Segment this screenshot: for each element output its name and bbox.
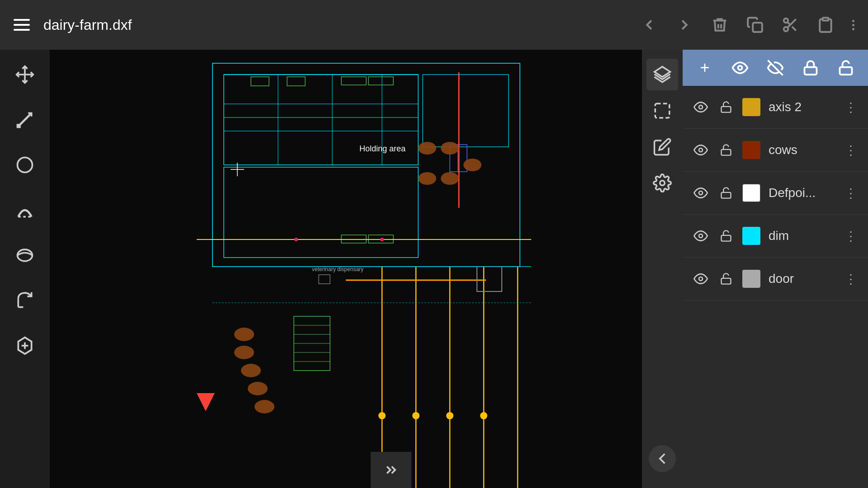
layer-item-axis2: axis 2 [683,86,868,129]
svg-point-50 [441,142,459,155]
svg-point-79 [738,66,742,70]
svg-rect-81 [805,67,817,75]
layer-item-door: door [683,258,868,300]
svg-text:veterinary dispensary: veterinary dispensary [312,266,363,272]
svg-point-58 [255,400,274,413]
layer-more-axis2[interactable] [843,99,859,115]
svg-point-52 [441,172,459,185]
layer-color-defpoi[interactable] [742,184,760,202]
layer-visibility-cows[interactable] [692,141,710,159]
svg-point-78 [660,181,665,186]
layers-icon-button[interactable] [646,59,678,90]
layer-color-door[interactable] [742,270,760,288]
menu-button[interactable] [14,19,30,31]
svg-point-47 [446,412,453,419]
svg-point-48 [480,412,487,419]
plus-icon: + [700,60,709,76]
circle-tool[interactable] [9,149,41,181]
edit-icon-button[interactable] [646,131,678,163]
collapse-button[interactable] [649,445,676,472]
layer-visibility-axis2[interactable] [692,98,710,116]
top-bar-left: dairy-farm.dxf [14,17,641,33]
svg-point-83 [699,105,703,109]
layers-header: + [683,50,868,86]
layer-more-dim[interactable] [843,228,859,244]
more-dots-icon [852,20,854,30]
svg-point-56 [241,364,261,377]
svg-point-1 [784,19,788,23]
main-area: veterinary dispensary Holding area [0,50,868,488]
copy-button[interactable] [746,16,764,33]
layer-lock-defpoi[interactable] [718,184,734,202]
scissors-button[interactable] [782,16,799,33]
svg-point-49 [418,142,436,155]
layer-item-dim: dim [683,215,868,258]
layer-color-dim[interactable] [742,227,760,245]
layer-name-axis2: axis 2 [769,100,835,114]
layer-more-defpoi[interactable] [843,185,859,201]
chevrons-right-icon [383,462,399,478]
svg-rect-88 [722,192,731,198]
layer-name-defpoi: Defpoi... [769,186,835,200]
svg-point-11 [18,158,33,173]
selection-icon-button[interactable] [646,95,678,127]
svg-point-91 [699,277,703,281]
layer-color-cows[interactable] [742,141,760,159]
lock-all-button[interactable] [798,56,823,80]
layer-visibility-dim[interactable] [692,227,710,245]
move-tool[interactable] [9,59,41,90]
hex-add-tool[interactable] [9,330,41,361]
add-layer-button[interactable]: + [693,56,717,80]
top-bar-right [641,16,854,33]
layers-list: axis 2 cows [683,86,868,488]
side-icons-panel [642,50,683,488]
layer-more-door[interactable] [843,271,859,287]
left-toolbar [0,50,50,488]
top-bar: dairy-farm.dxf [0,0,868,50]
layer-lock-cows[interactable] [718,141,734,159]
layer-more-cows[interactable] [843,142,859,158]
right-panel: + [642,50,868,488]
unlock-all-button[interactable] [834,56,858,80]
layer-lock-dim[interactable] [718,227,734,245]
paste-button[interactable] [817,16,834,33]
svg-point-87 [699,191,703,195]
svg-rect-82 [840,67,852,75]
rotate-tool[interactable] [9,285,41,316]
file-title: dairy-farm.dxf [43,17,132,33]
svg-point-54 [234,328,254,341]
arc-tool[interactable] [9,194,41,226]
svg-rect-90 [722,235,731,241]
show-all-button[interactable] [728,56,752,80]
more-options-button[interactable] [852,20,854,30]
back-button[interactable] [641,16,658,33]
layer-color-axis2[interactable] [742,98,760,116]
layer-item-defpoi: Defpoi... [683,172,868,215]
svg-point-51 [463,159,481,171]
svg-line-5 [788,22,790,25]
svg-rect-77 [655,103,670,118]
layer-name-dim: dim [769,229,835,243]
forward-button[interactable] [676,16,693,33]
layer-visibility-door[interactable] [692,270,710,288]
svg-point-53 [418,172,436,185]
svg-point-89 [699,234,703,238]
cad-canvas[interactable]: veterinary dispensary Holding area [50,50,642,488]
hide-all-button[interactable] [763,56,788,80]
delete-button[interactable] [711,16,728,33]
line-tool[interactable] [9,104,41,136]
svg-rect-6 [823,18,829,20]
svg-point-45 [378,412,386,419]
settings-icon-button[interactable] [646,167,678,199]
cad-drawing-svg: veterinary dispensary Holding area [50,50,642,488]
expand-panel-button[interactable] [371,452,411,488]
layer-name-door: door [769,272,835,286]
collapse-panel [642,438,683,479]
svg-point-85 [699,148,703,152]
layer-item-cows: cows [683,129,868,172]
svg-rect-92 [722,278,731,284]
layer-lock-door[interactable] [718,270,734,288]
layer-visibility-defpoi[interactable] [692,184,710,202]
layer-lock-axis2[interactable] [718,98,734,116]
orbit-tool[interactable] [9,239,41,271]
